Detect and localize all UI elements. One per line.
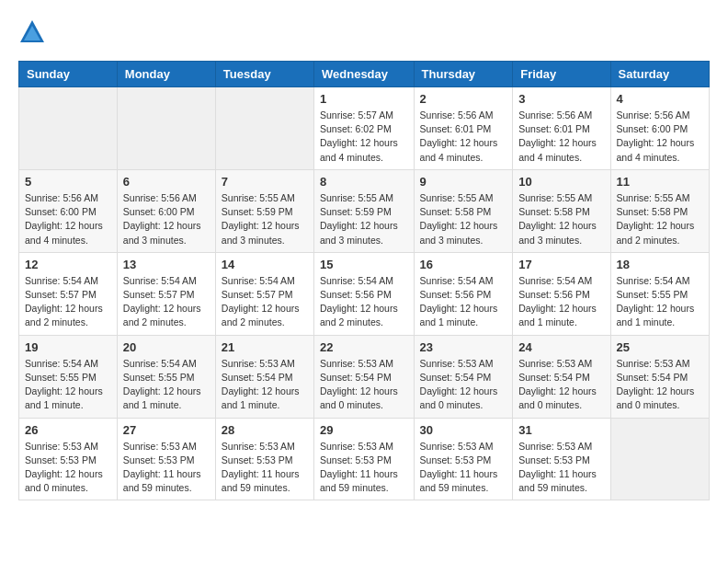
cell-info: Sunrise: 5:55 AMSunset: 5:58 PMDaylight:… — [420, 191, 507, 247]
cell-date: 15 — [320, 258, 408, 271]
cell-date: 14 — [222, 258, 308, 271]
calendar-cell: 9Sunrise: 5:55 AMSunset: 5:58 PMDaylight… — [414, 169, 513, 252]
cell-date: 31 — [518, 423, 604, 437]
logo — [18, 18, 50, 46]
cell-date: 3 — [518, 92, 604, 106]
calendar-cell: 12Sunrise: 5:54 AMSunset: 5:57 PMDayligh… — [19, 252, 118, 335]
cell-date: 17 — [518, 258, 604, 271]
cell-date: 25 — [617, 340, 703, 354]
calendar-cell: 11Sunrise: 5:55 AMSunset: 5:58 PMDayligh… — [610, 169, 709, 252]
cell-info: Sunrise: 5:54 AMSunset: 5:55 PMDaylight:… — [25, 357, 111, 413]
cell-info: Sunrise: 5:57 AMSunset: 6:02 PMDaylight:… — [320, 109, 408, 165]
cell-info: Sunrise: 5:55 AMSunset: 5:59 PMDaylight:… — [320, 191, 408, 247]
calendar-cell: 30Sunrise: 5:53 AMSunset: 5:53 PMDayligh… — [414, 418, 513, 500]
calendar-cell: 14Sunrise: 5:54 AMSunset: 5:57 PMDayligh… — [215, 252, 313, 335]
cell-date: 5 — [25, 175, 111, 189]
week-row-4: 19Sunrise: 5:54 AMSunset: 5:55 PMDayligh… — [19, 335, 710, 418]
col-header-thursday: Thursday — [414, 62, 513, 87]
col-header-friday: Friday — [513, 62, 610, 87]
calendar-cell: 2Sunrise: 5:56 AMSunset: 6:01 PMDaylight… — [414, 87, 513, 170]
cell-date: 24 — [518, 340, 604, 354]
calendar-cell: 25Sunrise: 5:53 AMSunset: 5:54 PMDayligh… — [610, 335, 709, 418]
calendar-cell: 1Sunrise: 5:57 AMSunset: 6:02 PMDaylight… — [314, 87, 415, 170]
cell-info: Sunrise: 5:54 AMSunset: 5:56 PMDaylight:… — [518, 274, 604, 330]
cell-info: Sunrise: 5:53 AMSunset: 5:53 PMDaylight:… — [222, 440, 308, 496]
cell-date: 13 — [123, 258, 210, 271]
calendar-cell: 15Sunrise: 5:54 AMSunset: 5:56 PMDayligh… — [314, 252, 415, 335]
calendar-cell: 21Sunrise: 5:53 AMSunset: 5:54 PMDayligh… — [215, 335, 313, 418]
calendar-cell: 22Sunrise: 5:53 AMSunset: 5:54 PMDayligh… — [314, 335, 415, 418]
cell-info: Sunrise: 5:53 AMSunset: 5:54 PMDaylight:… — [222, 357, 308, 413]
cell-date: 4 — [617, 92, 703, 106]
cell-info: Sunrise: 5:54 AMSunset: 5:56 PMDaylight:… — [420, 274, 507, 330]
cell-info: Sunrise: 5:55 AMSunset: 5:58 PMDaylight:… — [518, 191, 604, 247]
calendar-cell: 23Sunrise: 5:53 AMSunset: 5:54 PMDayligh… — [414, 335, 513, 418]
cell-date: 9 — [420, 175, 507, 189]
cell-date: 8 — [320, 175, 408, 189]
calendar-cell: 20Sunrise: 5:54 AMSunset: 5:55 PMDayligh… — [117, 335, 215, 418]
calendar-cell: 29Sunrise: 5:53 AMSunset: 5:53 PMDayligh… — [314, 418, 415, 500]
week-row-1: 1Sunrise: 5:57 AMSunset: 6:02 PMDaylight… — [19, 87, 710, 170]
calendar-cell: 6Sunrise: 5:56 AMSunset: 6:00 PMDaylight… — [117, 169, 215, 252]
logo-icon — [18, 18, 46, 46]
cell-info: Sunrise: 5:54 AMSunset: 5:57 PMDaylight:… — [123, 274, 210, 330]
cell-date: 1 — [320, 92, 408, 106]
week-row-2: 5Sunrise: 5:56 AMSunset: 6:00 PMDaylight… — [19, 169, 710, 252]
col-header-tuesday: Tuesday — [215, 62, 313, 87]
cell-info: Sunrise: 5:54 AMSunset: 5:55 PMDaylight:… — [617, 274, 703, 330]
cell-info: Sunrise: 5:54 AMSunset: 5:57 PMDaylight:… — [25, 274, 111, 330]
cell-date: 2 — [420, 92, 507, 106]
calendar-cell: 16Sunrise: 5:54 AMSunset: 5:56 PMDayligh… — [414, 252, 513, 335]
cell-date: 12 — [25, 258, 111, 271]
cell-info: Sunrise: 5:53 AMSunset: 5:53 PMDaylight:… — [25, 440, 111, 496]
col-header-wednesday: Wednesday — [314, 62, 415, 87]
cell-date: 7 — [222, 175, 308, 189]
calendar-cell: 4Sunrise: 5:56 AMSunset: 6:00 PMDaylight… — [610, 87, 709, 170]
cell-date: 27 — [123, 423, 210, 437]
cell-info: Sunrise: 5:53 AMSunset: 5:53 PMDaylight:… — [518, 440, 604, 496]
cell-info: Sunrise: 5:55 AMSunset: 5:59 PMDaylight:… — [222, 191, 308, 247]
calendar-cell: 7Sunrise: 5:55 AMSunset: 5:59 PMDaylight… — [215, 169, 313, 252]
calendar-cell — [610, 418, 709, 500]
cell-info: Sunrise: 5:54 AMSunset: 5:55 PMDaylight:… — [123, 357, 210, 413]
cell-info: Sunrise: 5:53 AMSunset: 5:54 PMDaylight:… — [617, 357, 703, 413]
cell-date: 16 — [420, 258, 507, 271]
cell-info: Sunrise: 5:53 AMSunset: 5:53 PMDaylight:… — [320, 440, 408, 496]
cell-date: 6 — [123, 175, 210, 189]
cell-date: 10 — [518, 175, 604, 189]
cell-info: Sunrise: 5:53 AMSunset: 5:53 PMDaylight:… — [123, 440, 210, 496]
week-row-3: 12Sunrise: 5:54 AMSunset: 5:57 PMDayligh… — [19, 252, 710, 335]
cell-date: 22 — [320, 340, 408, 354]
calendar-cell: 28Sunrise: 5:53 AMSunset: 5:53 PMDayligh… — [215, 418, 313, 500]
col-header-saturday: Saturday — [610, 62, 709, 87]
calendar-cell: 31Sunrise: 5:53 AMSunset: 5:53 PMDayligh… — [513, 418, 610, 500]
cell-date: 29 — [320, 423, 408, 437]
cell-info: Sunrise: 5:56 AMSunset: 6:00 PMDaylight:… — [617, 109, 703, 165]
cell-info: Sunrise: 5:53 AMSunset: 5:53 PMDaylight:… — [420, 440, 507, 496]
cell-date: 11 — [617, 175, 703, 189]
calendar-cell: 3Sunrise: 5:56 AMSunset: 6:01 PMDaylight… — [513, 87, 610, 170]
cell-info: Sunrise: 5:54 AMSunset: 5:56 PMDaylight:… — [320, 274, 408, 330]
calendar-cell: 18Sunrise: 5:54 AMSunset: 5:55 PMDayligh… — [610, 252, 709, 335]
cell-date: 20 — [123, 340, 210, 354]
cell-info: Sunrise: 5:53 AMSunset: 5:54 PMDaylight:… — [320, 357, 408, 413]
cell-info: Sunrise: 5:56 AMSunset: 6:00 PMDaylight:… — [123, 191, 210, 247]
cell-info: Sunrise: 5:53 AMSunset: 5:54 PMDaylight:… — [420, 357, 507, 413]
col-header-monday: Monday — [117, 62, 215, 87]
calendar-cell — [215, 87, 313, 170]
calendar-cell: 24Sunrise: 5:53 AMSunset: 5:54 PMDayligh… — [513, 335, 610, 418]
calendar-cell — [19, 87, 118, 170]
calendar-cell: 27Sunrise: 5:53 AMSunset: 5:53 PMDayligh… — [117, 418, 215, 500]
cell-date: 30 — [420, 423, 507, 437]
calendar-cell: 10Sunrise: 5:55 AMSunset: 5:58 PMDayligh… — [513, 169, 610, 252]
cell-info: Sunrise: 5:56 AMSunset: 6:00 PMDaylight:… — [25, 191, 111, 247]
calendar-cell: 13Sunrise: 5:54 AMSunset: 5:57 PMDayligh… — [117, 252, 215, 335]
cell-info: Sunrise: 5:56 AMSunset: 6:01 PMDaylight:… — [420, 109, 507, 165]
calendar-cell: 5Sunrise: 5:56 AMSunset: 6:00 PMDaylight… — [19, 169, 118, 252]
calendar-cell: 26Sunrise: 5:53 AMSunset: 5:53 PMDayligh… — [19, 418, 118, 500]
calendar-cell — [117, 87, 215, 170]
calendar-table: SundayMondayTuesdayWednesdayThursdayFrid… — [18, 61, 710, 500]
col-header-sunday: Sunday — [19, 62, 118, 87]
cell-info: Sunrise: 5:53 AMSunset: 5:54 PMDaylight:… — [518, 357, 604, 413]
cell-date: 18 — [617, 258, 703, 271]
